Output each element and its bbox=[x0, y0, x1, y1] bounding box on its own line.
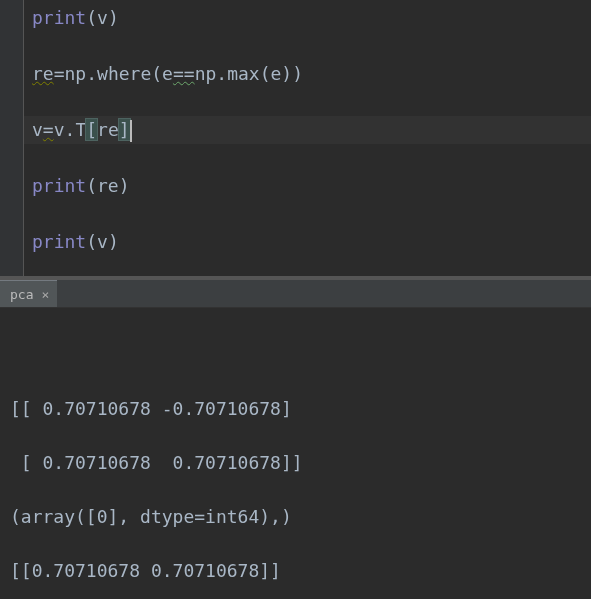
blank-line bbox=[32, 88, 591, 116]
code-line[interactable]: re=np.where(e==np.max(e)) bbox=[32, 60, 591, 88]
blank-line bbox=[32, 200, 591, 228]
builtin-fn: print bbox=[32, 7, 86, 28]
console-tab-bar: pca × bbox=[0, 280, 591, 308]
code-editor-pane: print(v) re=np.where(e==np.max(e)) v=v.T… bbox=[0, 0, 591, 276]
code-line-current[interactable]: v=v.T[re] bbox=[32, 116, 591, 144]
code-line[interactable]: print(re) bbox=[32, 172, 591, 200]
console-output[interactable]: [[ 0.70710678 -0.70710678] [ 0.70710678 … bbox=[0, 308, 591, 594]
builtin-fn: print bbox=[32, 175, 86, 196]
code-line[interactable]: print(v) bbox=[32, 4, 591, 32]
close-icon[interactable]: × bbox=[39, 287, 51, 302]
tab-label: pca bbox=[10, 287, 33, 302]
bracket-match-open: [ bbox=[86, 119, 97, 140]
tab-pca[interactable]: pca × bbox=[0, 280, 57, 307]
bracket-match-close: ] bbox=[119, 119, 130, 140]
builtin-fn: print bbox=[32, 231, 86, 252]
output-line: (array([0], dtype=int64),) bbox=[10, 506, 292, 527]
output-line: [[0.70710678 0.70710678]] bbox=[10, 560, 281, 581]
editor-gutter bbox=[0, 0, 24, 276]
output-line: [ 0.70710678 0.70710678]] bbox=[10, 452, 303, 473]
output-line: [[ 0.70710678 -0.70710678] bbox=[10, 398, 292, 419]
blank-line bbox=[32, 144, 591, 172]
code-area[interactable]: print(v) re=np.where(e==np.max(e)) v=v.T… bbox=[24, 0, 591, 276]
text-caret bbox=[130, 120, 132, 142]
blank-line bbox=[32, 32, 591, 60]
console-pane: pca × [[ 0.70710678 -0.70710678] [ 0.707… bbox=[0, 280, 591, 594]
code-line[interactable]: print(v) bbox=[32, 228, 591, 256]
